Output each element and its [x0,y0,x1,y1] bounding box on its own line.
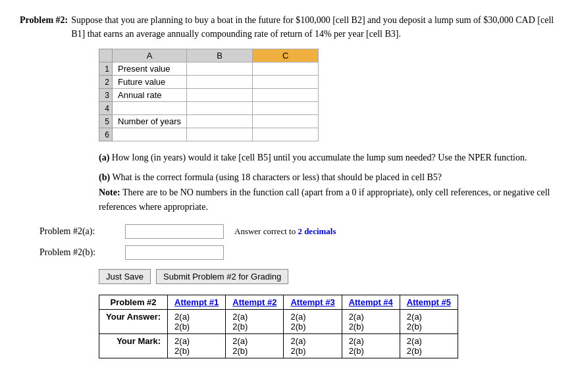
cell-a6 [113,128,187,141]
problem-label: Problem #2: [20,13,68,41]
part-b-text: What is the correct formula (using 18 ch… [112,172,442,182]
answer-attempt4: 2(a)2(b) [342,309,400,333]
answer-attempt2: 2(a)2(b) [226,309,284,333]
results-mark-row: Your Mark: 2(a)2(b) 2(a)2(b) 2(a)2(b) 2(… [99,333,458,358]
cell-b1 [187,62,253,76]
spreadsheet-row-2: 2 Future value [99,76,319,89]
spreadsheet-table: A B C 1 Present value 2 Future value 3 A… [99,49,319,141]
col-header-c: C [253,49,319,62]
row-num-6: 6 [99,128,113,141]
answer-2a-input[interactable] [125,224,224,239]
mark-attempt1: 2(a)2(b) [168,333,226,358]
results-table-container: Problem #2 Attempt #1 Attempt #2 Attempt… [99,295,558,358]
cell-a3: Annual rate [113,89,187,102]
answer-attempt1: 2(a)2(b) [168,309,226,333]
questions-section: (a) How long (in years) would it take [c… [99,151,558,215]
part-a-label: (a) [99,153,109,162]
cell-c3 [253,89,319,102]
cell-c6 [253,128,319,141]
mark-attempt3: 2(a)2(b) [284,333,342,358]
results-header-row: Problem #2 Attempt #1 Attempt #2 Attempt… [99,295,458,309]
results-col-attempt2: Attempt #2 [226,295,284,309]
spreadsheet-container: A B C 1 Present value 2 Future value 3 A… [99,49,558,141]
part-b-note-text: There are to be NO numbers in the functi… [99,187,550,212]
buttons-row: Just Save Submit Problem #2 for Grading [99,269,558,284]
col-header-b: B [187,49,253,62]
cell-c1 [253,62,319,76]
results-col-attempt3: Attempt #3 [284,295,342,309]
cell-b4 [187,102,253,115]
your-answer-label: Your Answer: [99,309,168,333]
row-num-4: 4 [99,102,113,115]
mark-attempt2: 2(a)2(b) [226,333,284,358]
cell-c4 [253,102,319,115]
row-num-2: 2 [99,76,113,89]
part-b-paragraph: (b) What is the correct formula (using 1… [99,170,558,214]
cell-a5: Number of years [113,115,187,128]
part-b-note-label: Note: [99,187,120,197]
cell-b3 [187,89,253,102]
row-num-5: 5 [99,115,113,128]
results-col-attempt5: Attempt #5 [400,295,458,309]
spreadsheet-row-4: 4 [99,102,319,115]
cell-b2 [187,76,253,89]
row-num-1: 1 [99,62,113,76]
col-header-a: A [113,49,187,62]
spreadsheet-row-5: 5 Number of years [99,115,319,128]
answer-attempt5: 2(a)2(b) [400,309,458,333]
results-answer-row: Your Answer: 2(a)2(b) 2(a)2(b) 2(a)2(b) … [99,309,458,333]
mark-attempt4: 2(a)2(b) [342,333,400,358]
cell-c2 [253,76,319,89]
results-col-attempt1: Attempt #1 [168,295,226,309]
attempt2-link[interactable]: Attempt #2 [232,297,276,307]
part-b-label: (b) [99,172,110,182]
spreadsheet-row-3: 3 Annual rate [99,89,319,102]
results-table: Problem #2 Attempt #1 Attempt #2 Attempt… [99,295,458,358]
cell-a4 [113,102,187,115]
answer-2b-label: Problem #2(b): [39,247,125,258]
results-col-attempt4: Attempt #4 [342,295,400,309]
mark-attempt5: 2(a)2(b) [400,333,458,358]
your-mark-label: Your Mark: [99,333,168,358]
cell-b6 [187,128,253,141]
spreadsheet-row-1: 1 Present value [99,62,319,76]
answer-row-2b: Problem #2(b): [39,245,558,260]
answer-hint: Answer correct to 2 decimals [234,226,336,237]
answer-hint-bold: 2 decimals [298,226,336,236]
answer-hint-text: Answer correct to [234,226,298,236]
answer-attempt3: 2(a)2(b) [284,309,342,333]
spreadsheet-row-6: 6 [99,128,319,141]
row-num-3: 3 [99,89,113,102]
just-save-button[interactable]: Just Save [99,269,151,284]
cell-b5 [187,115,253,128]
attempt5-link[interactable]: Attempt #5 [407,297,451,307]
cell-a1: Present value [113,62,187,76]
answer-2a-label: Problem #2(a): [39,226,125,237]
attempt4-link[interactable]: Attempt #4 [349,297,393,307]
problem-header: Problem #2: Suppose that you are plannin… [20,13,558,41]
part-a-paragraph: (a) How long (in years) would it take [c… [99,151,558,165]
answer-2b-input[interactable] [125,245,224,260]
attempt1-link[interactable]: Attempt #1 [174,297,219,307]
attempt3-link[interactable]: Attempt #3 [290,297,334,307]
results-col-problem: Problem #2 [99,295,168,309]
problem-description: Suppose that you are planning to buy a b… [71,13,558,41]
cell-c5 [253,115,319,128]
submit-button[interactable]: Submit Problem #2 for Grading [156,269,288,284]
part-a-text: How long (in years) would it take [cell … [112,153,527,162]
answer-section: Problem #2(a): Answer correct to 2 decim… [39,224,558,260]
corner-cell [99,49,113,62]
answer-row-2a: Problem #2(a): Answer correct to 2 decim… [39,224,558,239]
cell-a2: Future value [113,76,187,89]
